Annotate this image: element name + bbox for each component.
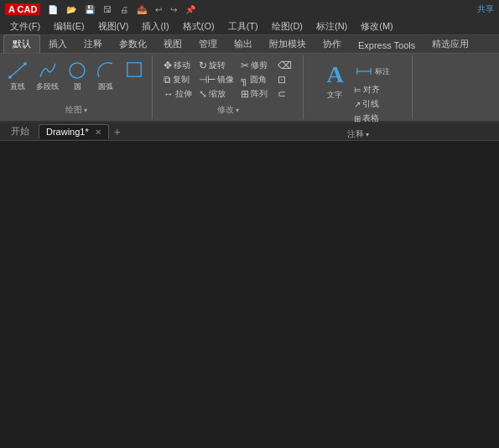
stretch-icon: ↔ <box>164 88 174 100</box>
publish-icon[interactable]: 📤 <box>134 4 149 15</box>
align-label: 对齐 <box>363 84 380 96</box>
open-icon[interactable]: 📂 <box>64 4 79 15</box>
annotate-text-button[interactable]: A 文字 <box>322 59 347 103</box>
annotate-leader-button[interactable]: ↗ 引线 <box>351 97 393 111</box>
fillet-icon: ╗ <box>241 74 248 86</box>
rect-icon <box>125 60 143 79</box>
saveas-icon[interactable]: 🖫 <box>101 4 114 15</box>
arc-icon <box>96 60 116 81</box>
menu-insert[interactable]: 插入(I) <box>135 18 175 34</box>
ribbon-tabs: 默认 插入 注释 参数化 视图 管理 输出 附加模块 协作 Express To… <box>0 35 499 54</box>
ribbon-group-draw: 直线 多段线 圆 圆弧 <box>0 55 153 119</box>
arc-label: 圆弧 <box>98 81 113 92</box>
undo-icon[interactable]: ↩ <box>153 4 164 15</box>
annotate-table-button[interactable]: ⊞ 表格 <box>351 112 393 125</box>
modify-mirror-button[interactable]: ⊣⊢ 镜像 <box>196 73 237 86</box>
ribbon-group-modify: ✥ 移动 ⧉ 复制 ↔ 拉伸 ↻ 旋转 ⊣⊢ 镜 <box>153 55 304 119</box>
modify-fillet-button[interactable]: ╗ 圆角 <box>238 73 270 86</box>
dimension-icon <box>355 62 373 81</box>
erase-icon: ⌫ <box>278 60 292 71</box>
draw-circle-button[interactable]: 圆 <box>65 59 90 94</box>
menu-edit[interactable]: 编辑(E) <box>47 18 91 34</box>
pin-icon[interactable]: 📌 <box>183 4 198 15</box>
tab-featured[interactable]: 精选应用 <box>424 35 477 53</box>
modify-move-button[interactable]: ✥ 移动 <box>161 59 195 72</box>
draw-arc-button[interactable]: 圆弧 <box>93 59 118 94</box>
ribbon-panel: 直线 多段线 圆 圆弧 <box>0 54 499 122</box>
tab-manage[interactable]: 管理 <box>190 35 226 53</box>
annotate-align-button[interactable]: ⊨ 对齐 <box>351 83 393 96</box>
rotate-icon: ↻ <box>199 60 207 71</box>
circle-label: 圆 <box>74 81 81 92</box>
tab-output[interactable]: 输出 <box>226 35 261 53</box>
tab-annotate[interactable]: 注释 <box>75 35 111 53</box>
trim-icon: ✂ <box>241 60 249 71</box>
line-icon <box>8 60 28 81</box>
menu-modify[interactable]: 修改(M) <box>354 18 400 34</box>
title-bar: A CAD 📄 📂 💾 🖫 🖨 📤 ↩ ↪ 📌 共享 <box>0 0 499 18</box>
menu-tools[interactable]: 工具(T) <box>221 18 265 34</box>
rotate-label: 旋转 <box>209 60 226 71</box>
tab-express-tools[interactable]: Express Tools <box>350 38 424 53</box>
polyline-label: 多段线 <box>36 81 59 92</box>
ribbon-group-annotation: A 文字 标注 ⊨ 对齐 ↗ 引线 <box>304 55 413 119</box>
tab-addons[interactable]: 附加模块 <box>261 35 314 53</box>
save-icon[interactable]: 💾 <box>82 4 97 15</box>
modify-array-button[interactable]: ⊞ 阵列 <box>238 87 270 101</box>
share-button[interactable]: 共享 <box>477 3 494 15</box>
menu-bar: 文件(F) 编辑(E) 视图(V) 插入(I) 格式(O) 工具(T) 绘图(D… <box>0 18 499 35</box>
new-icon[interactable]: 📄 <box>45 4 60 15</box>
leader-label: 引线 <box>362 98 379 110</box>
modify-joinline-button[interactable]: ⊂ <box>275 87 294 101</box>
scale-icon: ⤡ <box>199 88 207 100</box>
array-label: 阵列 <box>251 88 268 100</box>
menu-draw[interactable]: 绘图(D) <box>265 18 309 34</box>
tab-collaborate[interactable]: 协作 <box>314 35 350 53</box>
menu-file[interactable]: 文件(F) <box>3 18 47 34</box>
annotate-dimension-button[interactable]: 标注 <box>351 60 393 82</box>
modify-scale-button[interactable]: ⤡ 缩放 <box>196 87 237 101</box>
polyline-icon <box>38 60 58 81</box>
drawing-tab-drawing1[interactable]: Drawing1* ✕ <box>39 124 109 139</box>
tab-view[interactable]: 视图 <box>155 35 190 53</box>
modify-erase-button[interactable]: ⌫ <box>275 59 294 72</box>
tab-parametric[interactable]: 参数化 <box>111 35 155 53</box>
svg-rect-4 <box>127 63 142 77</box>
menu-view[interactable]: 视图(V) <box>91 18 136 34</box>
menu-annotate[interactable]: 标注(N) <box>309 18 354 34</box>
copy-label: 复制 <box>173 74 190 86</box>
annotation-group-label: 注释 ▾ <box>344 127 372 142</box>
copy-icon: ⧉ <box>164 74 171 86</box>
tab-insert[interactable]: 插入 <box>40 35 75 53</box>
modify-stretch-button[interactable]: ↔ 拉伸 <box>161 87 195 101</box>
line-label: 直线 <box>10 81 25 92</box>
align-icon: ⊨ <box>354 86 361 95</box>
draw-line-button[interactable]: 直线 <box>5 59 30 94</box>
modify-explode-button[interactable]: ⊡ <box>275 73 294 86</box>
redo-icon[interactable]: ↪ <box>168 4 179 15</box>
modify-rotate-button[interactable]: ↻ 旋转 <box>196 59 237 72</box>
drawing-tab-start[interactable]: 开始 <box>3 122 37 140</box>
add-drawing-tab-button[interactable]: + <box>111 125 124 138</box>
text-large-icon: A <box>326 61 343 88</box>
modify-trim-button[interactable]: ✂ 修剪 <box>238 59 270 72</box>
tab-default[interactable]: 默认 <box>3 34 40 53</box>
drawing-tab-close[interactable]: ✕ <box>95 128 101 137</box>
print-icon[interactable]: 🖨 <box>117 4 131 15</box>
modify-copy-button[interactable]: ⧉ 复制 <box>161 73 195 86</box>
draw-polyline-button[interactable]: 多段线 <box>34 59 61 94</box>
draw-group-label: 绘图 ▾ <box>62 102 91 117</box>
draw-rect-button[interactable] <box>122 59 147 81</box>
mirror-icon: ⊣⊢ <box>199 74 216 86</box>
menu-format[interactable]: 格式(O) <box>176 18 221 34</box>
text-label: 文字 <box>327 90 342 101</box>
explode-icon: ⊡ <box>278 74 286 86</box>
trim-label: 修剪 <box>251 60 268 71</box>
modify-group-label: 修改 ▾ <box>214 102 242 117</box>
mirror-label: 镜像 <box>217 74 234 86</box>
svg-point-1 <box>8 76 12 79</box>
join-icon: ⊂ <box>278 88 286 100</box>
stretch-label: 拉伸 <box>175 88 192 100</box>
table-label: 表格 <box>362 112 379 124</box>
leader-icon: ↗ <box>354 100 361 109</box>
